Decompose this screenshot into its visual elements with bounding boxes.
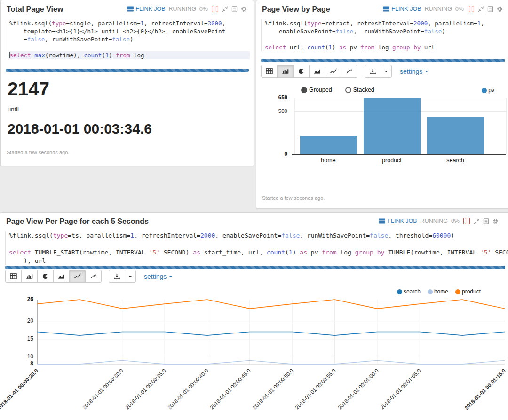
job-progress-label: 0% <box>199 6 208 12</box>
chart-toolbar: settings <box>261 65 429 78</box>
pie-chart-button[interactable] <box>37 270 54 283</box>
caret-down-icon <box>128 276 132 277</box>
settings-link[interactable]: settings <box>144 273 173 280</box>
y-axis-tick-label: 0 <box>260 151 287 157</box>
table-view-button[interactable] <box>261 65 278 78</box>
started-ago-text: Started a few seconds ago. <box>7 150 69 155</box>
bar-product <box>364 98 421 154</box>
bar-search <box>427 117 484 154</box>
pause-icon[interactable] <box>468 6 474 12</box>
y-axis-tick-label: 658 <box>260 95 287 100</box>
caret-down-icon <box>384 71 388 72</box>
chart-type-button-group <box>261 65 357 78</box>
paragraph-page-view-by-page: Page View by Page FLINK JOB RUNNING 0% %… <box>256 0 508 209</box>
code-line: =false, runWithSavePoint=false) <box>9 35 250 43</box>
grouped-radio[interactable]: Grouped <box>301 87 332 93</box>
gear-icon[interactable] <box>497 6 503 12</box>
area-chart-button[interactable] <box>53 270 70 283</box>
code-line <box>9 43 250 51</box>
download-button[interactable] <box>365 65 381 78</box>
x-axis-category-label: product <box>361 157 422 164</box>
x-axis-labels: 2018-01-01 00:00:30.02018-01-01 00:00:35… <box>0 365 508 420</box>
x-axis-tick-label: 2018-01-01 00:00:55.0 <box>294 368 337 411</box>
y-axis-tick-label: 500 <box>260 108 287 114</box>
scatter-chart-button[interactable] <box>341 65 357 78</box>
line-chart-button[interactable] <box>325 65 341 78</box>
line-series-home <box>37 360 505 364</box>
x-axis-category-label: search <box>425 157 486 164</box>
radio-unselected-icon <box>345 87 351 93</box>
paragraph-title: Page View by Page <box>262 5 330 14</box>
result-until-label: until <box>8 106 19 113</box>
gear-icon[interactable] <box>492 218 499 224</box>
job-state-label: RUNNING <box>421 218 448 224</box>
caret-down-icon <box>425 71 429 72</box>
code-line <box>265 35 506 43</box>
gear-icon[interactable] <box>241 6 247 12</box>
result-count: 2147 <box>8 79 49 100</box>
x-axis-tick-label: 2018-01-01 00:00:45.0 <box>209 368 252 411</box>
download-caret-button[interactable] <box>381 65 392 78</box>
pause-icon[interactable] <box>463 218 470 224</box>
code-line: select url, count(1) as pv from log grou… <box>265 43 506 51</box>
x-axis-tick-label: 2018-01-01 00:01:15.0 <box>464 368 507 411</box>
x-axis-tick-label: 2018-01-01 00:00:40.0 <box>167 368 209 411</box>
legend-label: home <box>434 288 448 295</box>
pie-chart-button[interactable] <box>293 65 310 78</box>
flink-job-link[interactable]: FLINK JOB <box>127 6 165 12</box>
bar-mode-options: Grouped Stacked <box>301 87 388 93</box>
code-line: enableSavePoint=false, runWithSavePoint=… <box>265 27 506 35</box>
download-button-group <box>109 270 136 283</box>
zeppelin-notebook: Total Page View FLINK JOB RUNNING 0% %fl… <box>0 0 508 420</box>
code-editor[interactable]: %flink.ssql(type=single, parallelism=1, … <box>6 19 250 59</box>
flink-job-link[interactable]: FLINK JOB <box>379 218 417 224</box>
table-view-button[interactable] <box>5 270 22 283</box>
bar-chart-button[interactable] <box>21 270 38 283</box>
legend-item-product[interactable]: product <box>455 288 481 295</box>
job-state-label: RUNNING <box>425 6 452 12</box>
paragraph-status: FLINK JOB RUNNING 0% <box>379 218 499 224</box>
x-axis-tick-label: 2018-01-01 00:00:20.0 <box>0 368 39 411</box>
collapse-icon[interactable] <box>222 6 228 12</box>
legend-item-search[interactable]: search <box>397 288 421 295</box>
y-axis-tick-label: 20 <box>0 317 33 324</box>
bar-chart-button[interactable] <box>277 65 294 78</box>
collapse-icon[interactable] <box>478 6 484 12</box>
y-axis-tick-label: 15 <box>0 335 33 342</box>
code-line: select max(rowtime), count(1) from log <box>9 51 250 59</box>
chart-toolbar: settings <box>5 270 173 283</box>
paragraph-header: Total Page View FLINK JOB RUNNING 0% <box>7 5 247 16</box>
job-state-label: RUNNING <box>169 6 196 12</box>
job-progress-label: 0% <box>455 6 464 12</box>
legend-item-home[interactable]: home <box>428 288 448 295</box>
collapse-icon[interactable] <box>474 218 480 224</box>
settings-link[interactable]: settings <box>400 68 429 75</box>
paragraph-total-page-view: Total Page View FLINK JOB RUNNING 0% %fl… <box>0 0 254 166</box>
paragraph-title: Total Page View <box>7 5 63 14</box>
download-button-group <box>365 65 392 78</box>
download-caret-button[interactable] <box>125 270 136 283</box>
download-button[interactable] <box>109 270 125 283</box>
legend-dot <box>455 289 460 294</box>
paragraph-status: FLINK JOB RUNNING 0% <box>127 6 247 12</box>
gridline <box>506 98 507 154</box>
area-chart-button[interactable] <box>309 65 325 78</box>
pause-icon[interactable] <box>212 6 218 12</box>
paragraph-title: Page View Per Page for each 5 Seconds <box>6 217 149 226</box>
flink-job-link[interactable]: FLINK JOB <box>383 6 421 12</box>
x-axis-tick-label: 2018-01-01 00:00:50.0 <box>252 368 294 411</box>
paragraph-header: Page View Per Page for each 5 Seconds FL… <box>6 217 502 228</box>
gridline <box>294 98 295 154</box>
legend-dot <box>397 289 402 294</box>
stacked-radio[interactable]: Stacked <box>345 87 374 93</box>
scatter-chart-button[interactable] <box>85 270 102 283</box>
paragraph-page-view-per-page: Page View Per Page for each 5 Seconds FL… <box>0 212 508 420</box>
code-editor[interactable]: %flink.ssql(type=ts, parallelism=1, refr… <box>5 231 505 265</box>
bar-home <box>300 136 357 154</box>
code-editor[interactable]: %flink.ssql(type=retract, refreshInterva… <box>261 19 506 51</box>
report-icon[interactable] <box>231 6 238 12</box>
line-chart-button[interactable] <box>69 270 86 283</box>
report-icon[interactable] <box>483 218 489 224</box>
report-icon[interactable] <box>487 6 493 12</box>
legend-item-pv[interactable]: pv <box>482 87 494 94</box>
